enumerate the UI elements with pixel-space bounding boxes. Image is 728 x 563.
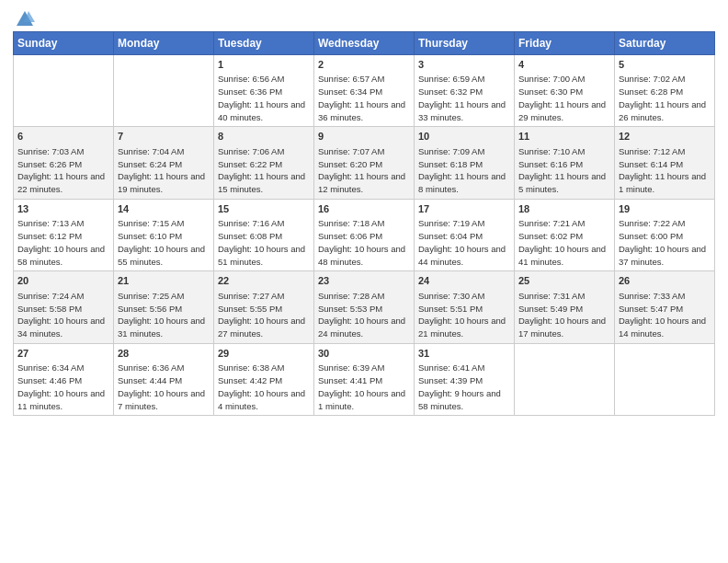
calendar-cell: 25Sunrise: 7:31 AM Sunset: 5:49 PM Dayli…: [515, 271, 615, 343]
day-number: 11: [518, 130, 610, 144]
day-info: Sunrise: 7:03 AM Sunset: 6:26 PM Dayligh…: [17, 145, 109, 196]
day-number: 6: [17, 130, 109, 144]
day-number: 12: [619, 130, 711, 144]
calendar-cell: 30Sunrise: 6:39 AM Sunset: 4:41 PM Dayli…: [314, 343, 415, 415]
day-number: 13: [17, 202, 109, 216]
calendar-week-3: 13Sunrise: 7:13 AM Sunset: 6:12 PM Dayli…: [14, 199, 715, 270]
header-sunday: Sunday: [14, 32, 114, 55]
calendar-cell: 29Sunrise: 6:38 AM Sunset: 4:42 PM Dayli…: [214, 343, 314, 415]
day-number: 1: [218, 58, 310, 72]
day-info: Sunrise: 6:41 AM Sunset: 4:39 PM Dayligh…: [418, 362, 510, 412]
day-info: Sunrise: 7:09 AM Sunset: 6:18 PM Dayligh…: [418, 145, 510, 196]
day-number: 22: [218, 274, 310, 288]
calendar-week-1: 1Sunrise: 6:56 AM Sunset: 6:36 PM Daylig…: [14, 55, 715, 127]
calendar-cell: 20Sunrise: 7:24 AM Sunset: 5:58 PM Dayli…: [14, 271, 114, 343]
calendar-week-5: 27Sunrise: 6:34 AM Sunset: 4:46 PM Dayli…: [14, 343, 715, 415]
day-number: 31: [418, 347, 510, 361]
day-number: 4: [518, 58, 610, 72]
calendar-cell: 4Sunrise: 7:00 AM Sunset: 6:30 PM Daylig…: [515, 55, 615, 127]
calendar-cell: 9Sunrise: 7:07 AM Sunset: 6:20 PM Daylig…: [314, 127, 415, 199]
day-number: 25: [518, 274, 610, 288]
day-number: 27: [17, 347, 109, 361]
header-saturday: Saturday: [615, 32, 715, 55]
day-number: 3: [418, 58, 510, 72]
calendar-cell: [615, 343, 715, 415]
header-friday: Friday: [515, 32, 615, 55]
day-number: 14: [118, 202, 210, 216]
page: SundayMondayTuesdayWednesdayThursdayFrid…: [0, 0, 728, 563]
calendar-cell: 8Sunrise: 7:06 AM Sunset: 6:22 PM Daylig…: [214, 127, 314, 199]
calendar-cell: [114, 55, 214, 127]
day-info: Sunrise: 7:18 AM Sunset: 6:06 PM Dayligh…: [318, 217, 410, 268]
calendar-cell: 26Sunrise: 7:33 AM Sunset: 5:47 PM Dayli…: [615, 271, 715, 343]
calendar-cell: 11Sunrise: 7:10 AM Sunset: 6:16 PM Dayli…: [515, 127, 615, 199]
day-info: Sunrise: 7:22 AM Sunset: 6:00 PM Dayligh…: [619, 217, 711, 268]
calendar-cell: 23Sunrise: 7:28 AM Sunset: 5:53 PM Dayli…: [314, 271, 415, 343]
calendar-cell: 15Sunrise: 7:16 AM Sunset: 6:08 PM Dayli…: [214, 199, 314, 270]
day-number: 8: [218, 130, 310, 144]
day-info: Sunrise: 6:39 AM Sunset: 4:41 PM Dayligh…: [318, 362, 410, 412]
day-info: Sunrise: 7:19 AM Sunset: 6:04 PM Dayligh…: [418, 217, 510, 268]
day-info: Sunrise: 7:21 AM Sunset: 6:02 PM Dayligh…: [518, 217, 610, 268]
day-info: Sunrise: 7:04 AM Sunset: 6:24 PM Dayligh…: [118, 145, 210, 196]
day-info: Sunrise: 6:56 AM Sunset: 6:36 PM Dayligh…: [218, 73, 310, 123]
day-number: 23: [318, 274, 410, 288]
day-number: 7: [118, 130, 210, 144]
header-tuesday: Tuesday: [214, 32, 314, 55]
calendar-cell: 27Sunrise: 6:34 AM Sunset: 4:46 PM Dayli…: [14, 343, 114, 415]
day-number: 28: [118, 347, 210, 361]
calendar-cell: 22Sunrise: 7:27 AM Sunset: 5:55 PM Dayli…: [214, 271, 314, 343]
header: [13, 9, 715, 26]
calendar-cell: 21Sunrise: 7:25 AM Sunset: 5:56 PM Dayli…: [114, 271, 214, 343]
day-number: 21: [118, 274, 210, 288]
calendar-week-2: 6Sunrise: 7:03 AM Sunset: 6:26 PM Daylig…: [14, 127, 715, 199]
day-info: Sunrise: 7:13 AM Sunset: 6:12 PM Dayligh…: [17, 217, 109, 268]
day-info: Sunrise: 6:34 AM Sunset: 4:46 PM Dayligh…: [17, 362, 109, 412]
calendar-cell: 31Sunrise: 6:41 AM Sunset: 4:39 PM Dayli…: [415, 343, 515, 415]
day-number: 29: [218, 347, 310, 361]
day-number: 20: [17, 274, 109, 288]
day-number: 5: [619, 58, 711, 72]
logo-icon: [15, 9, 35, 29]
header-wednesday: Wednesday: [314, 32, 415, 55]
header-thursday: Thursday: [415, 32, 515, 55]
day-info: Sunrise: 7:24 AM Sunset: 5:58 PM Dayligh…: [17, 290, 109, 340]
day-number: 30: [318, 347, 410, 361]
day-info: Sunrise: 7:12 AM Sunset: 6:14 PM Dayligh…: [619, 145, 711, 196]
header-monday: Monday: [114, 32, 214, 55]
calendar-cell: 19Sunrise: 7:22 AM Sunset: 6:00 PM Dayli…: [615, 199, 715, 270]
day-info: Sunrise: 7:07 AM Sunset: 6:20 PM Dayligh…: [318, 145, 410, 196]
day-number: 16: [318, 202, 410, 216]
day-info: Sunrise: 7:10 AM Sunset: 6:16 PM Dayligh…: [518, 145, 610, 196]
calendar-header-row: SundayMondayTuesdayWednesdayThursdayFrid…: [14, 32, 715, 55]
day-number: 19: [619, 202, 711, 216]
calendar-cell: 6Sunrise: 7:03 AM Sunset: 6:26 PM Daylig…: [14, 127, 114, 199]
day-info: Sunrise: 7:02 AM Sunset: 6:28 PM Dayligh…: [619, 73, 711, 123]
calendar-cell: [14, 55, 114, 127]
day-number: 26: [619, 274, 711, 288]
calendar-cell: 18Sunrise: 7:21 AM Sunset: 6:02 PM Dayli…: [515, 199, 615, 270]
calendar-cell: 12Sunrise: 7:12 AM Sunset: 6:14 PM Dayli…: [615, 127, 715, 199]
day-info: Sunrise: 7:28 AM Sunset: 5:53 PM Dayligh…: [318, 290, 410, 340]
day-number: 17: [418, 202, 510, 216]
calendar-week-4: 20Sunrise: 7:24 AM Sunset: 5:58 PM Dayli…: [14, 271, 715, 343]
day-info: Sunrise: 7:30 AM Sunset: 5:51 PM Dayligh…: [418, 290, 510, 340]
day-info: Sunrise: 7:31 AM Sunset: 5:49 PM Dayligh…: [518, 290, 610, 340]
calendar-cell: 2Sunrise: 6:57 AM Sunset: 6:34 PM Daylig…: [314, 55, 415, 127]
calendar-cell: 24Sunrise: 7:30 AM Sunset: 5:51 PM Dayli…: [415, 271, 515, 343]
day-info: Sunrise: 6:38 AM Sunset: 4:42 PM Dayligh…: [218, 362, 310, 412]
day-number: 18: [518, 202, 610, 216]
day-info: Sunrise: 7:15 AM Sunset: 6:10 PM Dayligh…: [118, 217, 210, 268]
day-info: Sunrise: 6:59 AM Sunset: 6:32 PM Dayligh…: [418, 73, 510, 123]
calendar-cell: 17Sunrise: 7:19 AM Sunset: 6:04 PM Dayli…: [415, 199, 515, 270]
day-number: 2: [318, 58, 410, 72]
day-number: 24: [418, 274, 510, 288]
calendar-table: SundayMondayTuesdayWednesdayThursdayFrid…: [13, 31, 715, 416]
day-info: Sunrise: 7:25 AM Sunset: 5:56 PM Dayligh…: [118, 290, 210, 340]
calendar-cell: 1Sunrise: 6:56 AM Sunset: 6:36 PM Daylig…: [214, 55, 314, 127]
calendar-cell: 3Sunrise: 6:59 AM Sunset: 6:32 PM Daylig…: [415, 55, 515, 127]
day-info: Sunrise: 6:36 AM Sunset: 4:44 PM Dayligh…: [118, 362, 210, 412]
calendar-cell: 10Sunrise: 7:09 AM Sunset: 6:18 PM Dayli…: [415, 127, 515, 199]
day-info: Sunrise: 7:06 AM Sunset: 6:22 PM Dayligh…: [218, 145, 310, 196]
calendar-cell: 7Sunrise: 7:04 AM Sunset: 6:24 PM Daylig…: [114, 127, 214, 199]
